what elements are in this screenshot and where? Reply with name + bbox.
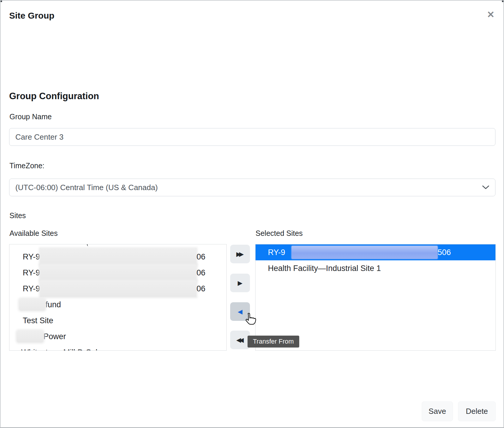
list-item[interactable]: fund [9,297,226,313]
timezone-label: TimeZone: [9,161,45,170]
redacted-text-blur [19,299,45,311]
redacted-text-blur [40,249,196,265]
timezone-select[interactable]: (UTC-06:00) Central Time (US & Canada) [9,179,495,196]
redacted-text-blur [40,264,196,281]
list-item[interactable]: RY-9106 [9,281,226,297]
site-group-dialog: Site Group ✕ Group Configuration Group N… [0,0,504,428]
arrow-right-icon: ▶ [238,280,242,287]
dialog-corner-artifact [502,1,503,2]
transfer-from-tooltip: Transfer From [248,336,299,347]
timezone-selected-value: (UTC-06:00) Central Time (US & Canada) [15,183,158,192]
list-item[interactable]: Power [9,329,226,344]
save-button[interactable]: Save [422,401,453,421]
dialog-corner-artifact [1,1,2,2]
group-name-label: Group Name [9,112,52,121]
delete-button[interactable]: Delete [458,401,496,421]
list-item[interactable]: Test Site [9,313,226,329]
arrow-right-icon: ▶▶ [236,251,242,258]
close-icon[interactable]: ✕ [487,9,495,20]
dialog-title: Site Group [9,11,54,21]
section-heading-group-configuration: Group Configuration [9,91,99,102]
list-item[interactable]: RY-9106 [9,265,226,281]
available-sites-listbox[interactable]: RY-9106RY-9106RY-9106fundTest SitePowerW… [9,244,227,351]
transfer-to-selected-button[interactable]: ▶ [230,274,250,292]
redacted-text-blur [17,331,43,342]
transfer-all-from-selected-button[interactable]: ◀◀ [230,331,250,349]
transfer-all-to-selected-button[interactable]: ▶▶ [230,245,250,263]
group-name-input[interactable] [9,128,495,146]
selected-sites-label: Selected Sites [256,229,303,238]
list-item[interactable]: RY-9506 [256,244,495,260]
redacted-text-blur [40,280,196,297]
list-item[interactable]: Whitestone Mill D-Sub [9,344,226,351]
selected-sites-listbox[interactable]: RY-9506Health Facility—Industrial Site 1 [255,244,496,351]
list-item[interactable]: Health Facility—Industrial Site 1 [256,260,495,276]
transfer-from-selected-button[interactable]: ◀ [230,302,250,321]
chevron-down-icon [482,185,489,190]
arrow-left-icon: ◀ [238,308,242,315]
arrow-left-icon: ◀◀ [236,336,242,344]
clipped-item-fragment [86,244,91,247]
redacted-text-blur [292,246,438,259]
list-item[interactable]: RY-9106 [9,249,226,265]
available-sites-label: Available Sites [9,229,58,238]
sites-section-label: Sites [9,211,26,220]
